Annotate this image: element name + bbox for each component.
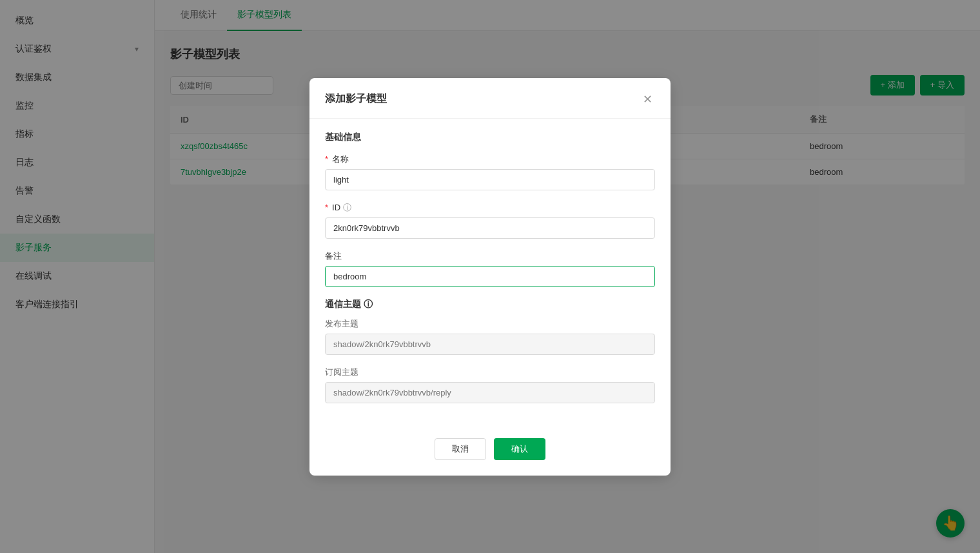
note-field-group: 备注 [325, 250, 655, 287]
id-input[interactable] [325, 217, 655, 239]
note-input[interactable] [325, 266, 655, 287]
publish-topic-group: 发布主题 [325, 318, 655, 355]
basic-info-section-title: 基础信息 [325, 132, 655, 143]
modal-overlay[interactable]: 添加影子模型 ✕ 基础信息 * 名称 * ID ⓘ [0, 0, 980, 553]
cancel-button[interactable]: 取消 [435, 438, 486, 460]
confirm-button[interactable]: 确认 [494, 438, 545, 460]
comm-section-title: 通信主题 ⓘ [325, 299, 655, 310]
note-label: 备注 [325, 250, 655, 262]
modal-header: 添加影子模型 ✕ [309, 78, 671, 119]
close-button[interactable]: ✕ [640, 91, 655, 108]
id-label: * ID ⓘ [325, 202, 655, 214]
required-mark: * [325, 203, 328, 212]
info-icon[interactable]: ⓘ [343, 202, 351, 214]
add-shadow-model-modal: 添加影子模型 ✕ 基础信息 * 名称 * ID ⓘ [309, 78, 671, 476]
name-field-group: * 名称 [325, 154, 655, 190]
comm-info-icon[interactable]: ⓘ [364, 299, 373, 310]
modal-footer: 取消 确认 [309, 428, 671, 476]
publish-topic-label: 发布主题 [325, 318, 655, 330]
subscribe-topic-group: 订阅主题 [325, 367, 655, 403]
required-mark: * [325, 154, 328, 164]
publish-topic-input [325, 334, 655, 355]
id-field-group: * ID ⓘ [325, 202, 655, 239]
name-label: * 名称 [325, 154, 655, 165]
subscribe-topic-input [325, 382, 655, 403]
subscribe-topic-label: 订阅主题 [325, 367, 655, 378]
modal-body: 基础信息 * 名称 * ID ⓘ 备 [309, 119, 671, 428]
name-input[interactable] [325, 169, 655, 190]
modal-title: 添加影子模型 [325, 92, 387, 106]
